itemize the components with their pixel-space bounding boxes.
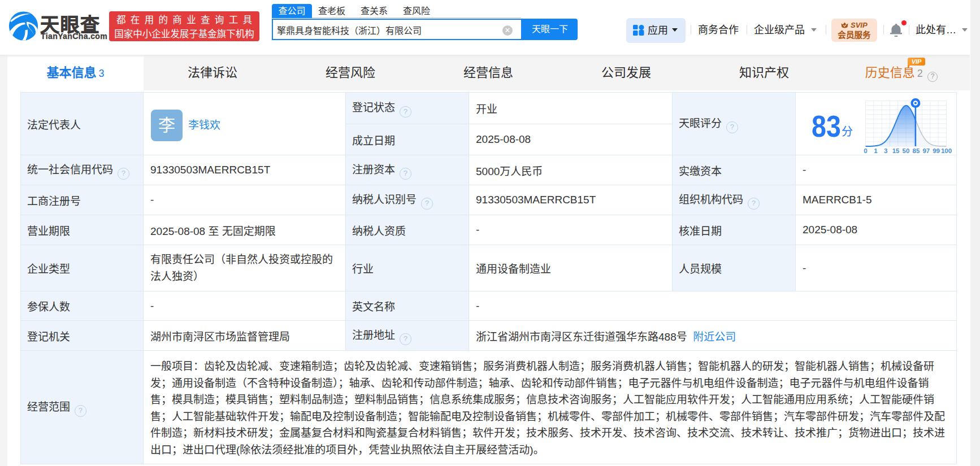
svg-text:3: 3: [884, 147, 887, 154]
svg-text:97: 97: [922, 147, 930, 154]
svg-text:0: 0: [864, 147, 867, 154]
svg-text:85: 85: [913, 147, 920, 154]
svg-text:1: 1: [874, 147, 878, 154]
svg-text:50: 50: [903, 147, 910, 154]
svg-text:15: 15: [892, 147, 900, 154]
svg-text:99: 99: [933, 147, 940, 154]
svg-text:100: 100: [941, 147, 952, 154]
